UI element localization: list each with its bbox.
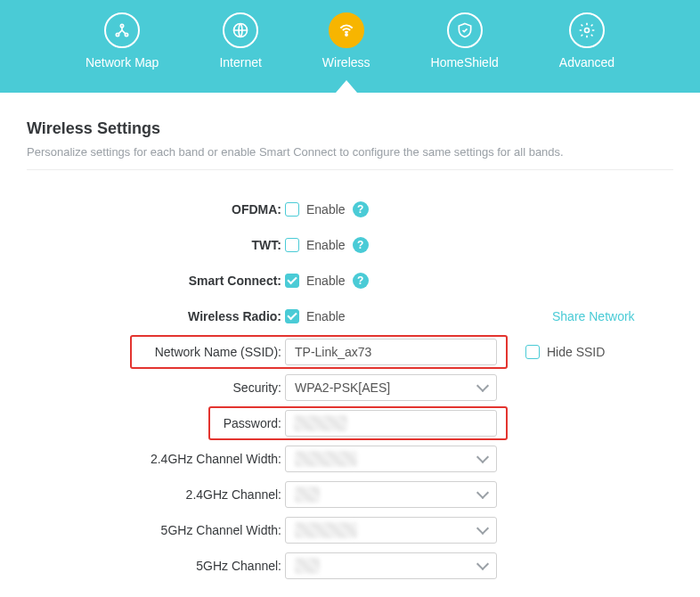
nav-advanced[interactable]: Advanced	[559, 12, 615, 70]
svg-point-4	[346, 34, 347, 36]
label-twt: TWT:	[27, 238, 285, 252]
hide-ssid-checkbox[interactable]	[525, 345, 540, 359]
help-icon[interactable]	[353, 201, 369, 217]
globe-icon	[223, 12, 258, 48]
hide-ssid-label: Hide SSID	[547, 345, 605, 359]
redacted-value	[295, 487, 320, 503]
label-password: Password:	[27, 416, 285, 430]
label-ssid: Network Name (SSID):	[27, 345, 285, 359]
wireless-radio-checkbox[interactable]	[285, 309, 299, 323]
5-width-select[interactable]	[285, 517, 497, 544]
ofdma-checkbox[interactable]	[285, 202, 299, 217]
help-icon[interactable]	[353, 237, 369, 253]
ofdma-checkbox-label: Enable	[306, 202, 346, 217]
24-width-select[interactable]	[285, 446, 497, 472]
nav-internet[interactable]: Internet	[219, 12, 261, 70]
wireless-form: OFDMA: Enable TWT: Enable Smart Connect:…	[27, 192, 673, 584]
content: Wireless Settings Personalize settings f…	[0, 93, 700, 584]
row-ssid: Network Name (SSID): Hide SSID	[27, 334, 673, 370]
help-icon[interactable]	[353, 273, 369, 289]
label-24-channel: 2.4GHz Channel:	[27, 487, 285, 502]
smart-connect-checkbox-label: Enable	[306, 274, 346, 288]
redacted-value	[295, 451, 357, 467]
wifi-icon	[329, 12, 364, 48]
nav-network-map[interactable]: Network Map	[85, 12, 159, 70]
row-24-channel: 2.4GHz Channel:	[27, 477, 673, 512]
security-value: WPA2-PSK[AES]	[295, 380, 390, 395]
row-password: Password:	[27, 405, 673, 441]
twt-checkbox-label: Enable	[306, 238, 346, 252]
redacted-value	[294, 415, 347, 431]
top-nav: Network Map Internet Wireless HomeShield…	[0, 0, 700, 93]
label-wireless-radio: Wireless Radio:	[27, 309, 285, 323]
shield-icon	[447, 12, 483, 48]
twt-checkbox[interactable]	[285, 238, 299, 252]
wireless-radio-checkbox-label: Enable	[306, 309, 346, 323]
row-5-width: 5GHz Channel Width:	[27, 512, 673, 548]
redacted-value	[295, 558, 320, 574]
row-24-width: 2.4GHz Channel Width:	[27, 441, 673, 477]
24-channel-select[interactable]	[285, 481, 497, 508]
smart-connect-checkbox[interactable]	[285, 274, 299, 288]
ssid-input[interactable]	[285, 339, 497, 365]
section-title: Wireless Settings	[27, 119, 673, 138]
label-5-width: 5GHz Channel Width:	[27, 523, 285, 537]
nav-label: Wireless	[322, 55, 370, 70]
label-security: Security:	[27, 380, 285, 395]
label-5-channel: 5GHz Channel:	[27, 559, 285, 573]
row-ofdma: OFDMA: Enable	[27, 192, 673, 227]
nav-label: HomeShield	[431, 55, 499, 70]
nav-label: Internet	[219, 55, 261, 70]
share-network-link[interactable]: Share Network	[552, 309, 635, 323]
redacted-value	[295, 522, 357, 538]
nav-label: Network Map	[85, 55, 159, 70]
row-twt: TWT: Enable	[27, 227, 673, 263]
label-ofdma: OFDMA:	[27, 202, 285, 217]
gear-icon	[569, 12, 605, 48]
label-smart-connect: Smart Connect:	[27, 274, 285, 288]
svg-point-5	[584, 29, 589, 33]
nav-wireless[interactable]: Wireless	[322, 12, 370, 70]
network-map-icon	[104, 12, 140, 48]
svg-point-0	[120, 24, 123, 27]
row-5-channel: 5GHz Channel:	[27, 548, 673, 584]
section-desc: Personalize settings for each band or en…	[27, 145, 673, 170]
label-24-width: 2.4GHz Channel Width:	[27, 452, 285, 466]
nav-homeshield[interactable]: HomeShield	[431, 12, 499, 70]
security-select[interactable]: WPA2-PSK[AES]	[285, 374, 497, 401]
row-smart-connect: Smart Connect: Enable	[27, 263, 673, 298]
row-wireless-radio: Wireless Radio: Enable Share Network	[27, 298, 673, 334]
5-channel-select[interactable]	[285, 552, 497, 579]
row-security: Security: WPA2-PSK[AES]	[27, 370, 673, 405]
nav-label: Advanced	[559, 55, 615, 70]
